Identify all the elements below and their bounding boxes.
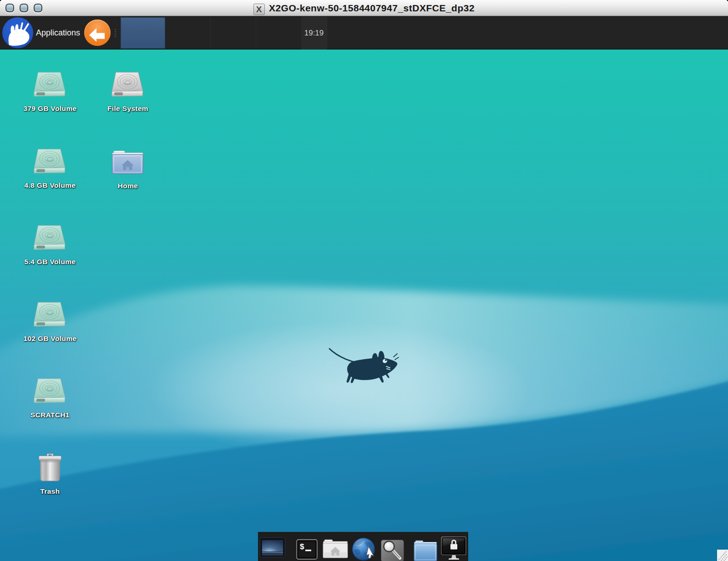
svg-text:$: $ [300, 542, 304, 551]
